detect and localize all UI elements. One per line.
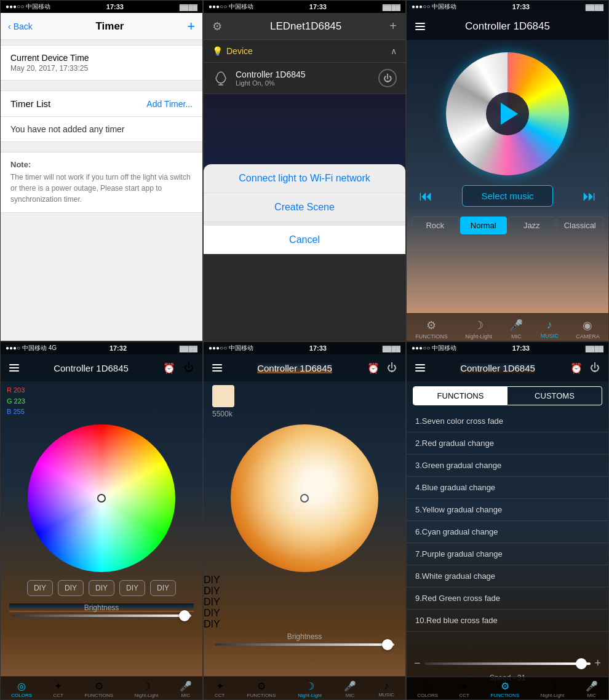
function-item-6[interactable]: 6.Cyan gradual change xyxy=(407,521,608,543)
device-time-title: Current Device Time xyxy=(10,53,193,63)
brightness-label-5: Brightness xyxy=(212,632,397,641)
diy5-btn-2[interactable]: DIY xyxy=(204,586,405,597)
diy5-btn-1[interactable]: DIY xyxy=(204,575,405,586)
nav-functions-3[interactable]: ⚙ FUNCTIONS xyxy=(415,319,448,340)
nav-colors-4[interactable]: ◎ COLORS xyxy=(11,680,32,698)
brightness-thumb-4[interactable] xyxy=(179,610,190,621)
function-item-7[interactable]: 7.Purple gradual change xyxy=(407,543,608,565)
nav-mic-6[interactable]: 🎤 MIC xyxy=(586,680,598,698)
nav-mic-4[interactable]: 🎤 MIC xyxy=(180,680,192,698)
speed-increase-button[interactable]: + xyxy=(594,657,601,670)
music-nav-label-5: MUSIC xyxy=(378,692,394,698)
rewind-button[interactable]: ⏮ xyxy=(419,188,432,204)
note-text: The timer will not work if you turn off … xyxy=(10,172,193,205)
time-3: 17:33 xyxy=(512,3,530,10)
nav-mic-3[interactable]: 🎤 MIC xyxy=(509,319,523,340)
hamburger-5[interactable] xyxy=(212,364,222,372)
power-icon-6[interactable]: ⏻ xyxy=(590,362,600,374)
hamburger-6[interactable] xyxy=(415,364,425,372)
status-bar-6: ●●●○○ 中国移动 17:33 ▓▓▓▓ xyxy=(407,342,608,354)
speed-thumb[interactable] xyxy=(576,658,587,669)
diy5-btn-4[interactable]: DIY xyxy=(204,608,405,619)
collapse-icon[interactable]: ∧ xyxy=(391,46,397,56)
brightness-thumb-5[interactable] xyxy=(382,639,393,650)
alarm-icon-6[interactable]: ⏰ xyxy=(570,362,583,374)
battery-6: ▓▓▓▓ xyxy=(586,345,603,352)
cct-wheel[interactable] xyxy=(231,424,378,572)
color-wheel-container[interactable] xyxy=(1,421,202,575)
mic-icon-6: 🎤 xyxy=(586,680,598,692)
function-item-2[interactable]: 2.Red gradual change xyxy=(407,432,608,455)
power-button[interactable]: ⏻ xyxy=(378,69,397,87)
nav-functions-4[interactable]: ⚙ FUNCTIONS xyxy=(84,680,113,698)
cct-preview-row xyxy=(204,381,405,408)
add-button-2[interactable]: + xyxy=(389,19,397,33)
functions-nav-label-5: FUNCTIONS xyxy=(247,693,276,698)
nav-nightlight-3[interactable]: ☽ Night-Light xyxy=(465,319,492,340)
nav-camera-3[interactable]: ◉ CAMERA xyxy=(576,319,600,340)
tab-functions-6[interactable]: FUNCTIONS xyxy=(413,387,507,405)
brightness-slider-5[interactable] xyxy=(215,643,394,646)
function-item-10[interactable]: 10.Red blue cross fade xyxy=(407,610,608,632)
select-music-button[interactable]: Select music xyxy=(462,185,552,207)
genre-normal[interactable]: Normal xyxy=(460,217,507,234)
function-item-8[interactable]: 8.White gradual chage xyxy=(407,565,608,587)
add-timer-button[interactable]: Add Timer... xyxy=(146,99,193,109)
speed-slider[interactable] xyxy=(424,662,591,665)
function-item-3[interactable]: 3.Green gradual change xyxy=(407,455,608,477)
fast-forward-button[interactable]: ⏭ xyxy=(583,188,596,204)
nav-nightlight-6[interactable]: ☽ Night-Light xyxy=(541,680,565,698)
function-item-4[interactable]: 4.Blue gradual change xyxy=(407,477,608,499)
nav-cct-5[interactable]: ✦ CCT xyxy=(215,680,225,698)
diy-btn-1[interactable]: DIY xyxy=(27,580,53,596)
function-item-9[interactable]: 9.Red Green cross fade xyxy=(407,587,608,610)
power-icon-5[interactable]: ⏻ xyxy=(387,362,397,374)
diy5-btn-3[interactable]: DIY xyxy=(204,597,405,608)
time-6: 17:33 xyxy=(512,344,530,352)
function-item-1[interactable]: 1.Seven color cross fade xyxy=(407,410,608,432)
nav-mic-5[interactable]: 🎤 MIC xyxy=(344,680,356,698)
diy-btn-3[interactable]: DIY xyxy=(89,580,114,596)
add-button-1[interactable]: + xyxy=(187,18,195,34)
diy-btn-5[interactable]: DIY xyxy=(150,580,176,596)
nav-bar-4: Controller 1D6845 ⏰ ⏻ xyxy=(1,354,202,381)
battery-5: ▓▓▓▓ xyxy=(383,345,400,352)
nav-cct-4[interactable]: ✦ CCT xyxy=(54,680,63,698)
alarm-icon-4[interactable]: ⏰ xyxy=(163,362,175,374)
color-wheel[interactable] xyxy=(28,424,175,572)
function-item-5[interactable]: 5.Yellow gradual change xyxy=(407,499,608,521)
nav-nightlight-4[interactable]: ☽ Night-Light xyxy=(135,680,159,698)
cct-wheel-container[interactable] xyxy=(204,422,405,575)
nav-music-5[interactable]: ♪ MUSIC xyxy=(378,680,394,698)
back-button[interactable]: ‹ Back xyxy=(8,22,33,31)
cancel-button[interactable]: Cancel xyxy=(204,222,405,254)
nav-functions-6[interactable]: ⚙ FUNCTIONS xyxy=(490,680,519,698)
hamburger-3[interactable] xyxy=(415,23,432,30)
diy-btn-2[interactable]: DIY xyxy=(58,580,84,596)
nav-functions-5[interactable]: ⚙ FUNCTIONS xyxy=(247,680,276,698)
genre-rock[interactable]: Rock xyxy=(412,217,459,234)
hamburger-4[interactable] xyxy=(9,364,19,372)
nav-music-3[interactable]: ♪ MUSIC xyxy=(541,319,559,340)
speed-decrease-button[interactable]: − xyxy=(414,657,421,670)
diy5-btn-5[interactable]: DIY xyxy=(204,619,405,630)
alarm-icon-5[interactable]: ⏰ xyxy=(367,362,380,374)
nav-nightlight-5[interactable]: ☽ Night-Light xyxy=(298,680,322,698)
create-scene-button[interactable]: Create Scene xyxy=(204,193,405,222)
genre-classical[interactable]: Classical xyxy=(557,217,604,234)
brightness-label-4: Brightness xyxy=(9,603,194,612)
brightness-slider-4[interactable] xyxy=(12,614,191,617)
nav-colors-6[interactable]: ◎ COLORS xyxy=(417,680,438,698)
gear-icon[interactable]: ⚙ xyxy=(212,20,222,33)
connect-wifi-button[interactable]: Connect light to Wi-Fi network xyxy=(204,164,405,193)
power-icon-4[interactable]: ⏻ xyxy=(184,362,194,373)
tab-customs-6[interactable]: CUSTOMS xyxy=(507,387,602,405)
diy-buttons-row-5: DIY DIY DIY DIY DIY xyxy=(204,575,405,630)
panel-cct: ●●●○○ 中国移动 17:33 ▓▓▓▓ Controller 1D6845 … xyxy=(203,341,406,700)
nav-cct-6[interactable]: ✦ CCT xyxy=(460,680,469,698)
genre-jazz[interactable]: Jazz xyxy=(508,217,555,234)
vinyl-disc[interactable] xyxy=(446,52,569,175)
device-row[interactable]: Controller 1D6845 Light On, 0% ⏻ xyxy=(204,63,405,94)
play-button[interactable] xyxy=(486,92,529,135)
diy-btn-4[interactable]: DIY xyxy=(119,580,145,596)
